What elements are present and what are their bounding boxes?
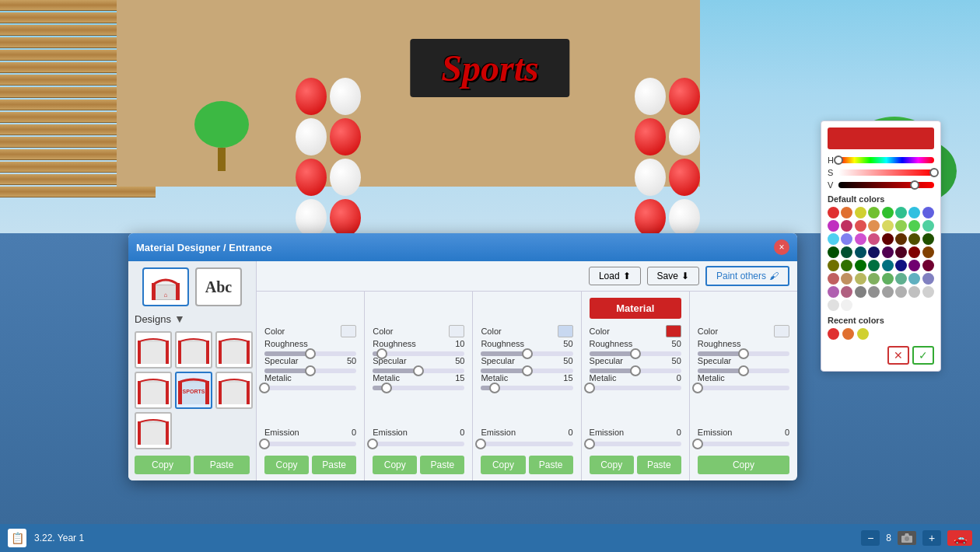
col2-copy-button[interactable]: Copy	[373, 456, 417, 474]
color-dot[interactable]	[828, 286, 839, 298]
col2-emission-slider[interactable]	[373, 438, 464, 449]
col3-color-swatch[interactable]	[558, 325, 573, 337]
color-dot[interactable]	[841, 273, 852, 285]
col1-paste-button[interactable]: Paste	[312, 456, 356, 474]
col1-roughness-slider[interactable]: Roughness	[264, 339, 356, 350]
color-dot[interactable]	[922, 246, 934, 258]
color-dot[interactable]	[841, 246, 852, 258]
color-dot[interactable]	[882, 207, 894, 218]
color-dot[interactable]	[841, 286, 852, 298]
color-dot[interactable]	[882, 233, 894, 245]
color-dot[interactable]	[882, 273, 894, 285]
color-picker-ok[interactable]: ✓	[912, 346, 934, 365]
color-dot[interactable]	[828, 220, 839, 232]
color-dot[interactable]	[841, 299, 852, 311]
col4-color-swatch[interactable]	[666, 325, 681, 337]
color-dot[interactable]	[828, 273, 839, 285]
thumbnail-7[interactable]	[135, 412, 172, 449]
color-dot[interactable]	[882, 286, 894, 298]
save-button[interactable]: Save ⬇	[647, 267, 699, 285]
tab-text[interactable]: Abc	[195, 267, 242, 306]
color-picker-cancel[interactable]: ✕	[887, 346, 909, 365]
color-dot[interactable]	[855, 207, 866, 218]
recent-color-dot[interactable]	[828, 328, 839, 340]
zoom-minus-button[interactable]: −	[861, 530, 880, 546]
color-dot[interactable]	[908, 273, 920, 285]
col4-emission-slider[interactable]	[590, 438, 681, 449]
col2-paste-button[interactable]: Paste	[420, 456, 464, 474]
color-dot[interactable]	[882, 246, 894, 258]
color-dot[interactable]	[922, 260, 934, 271]
thumbnail-5[interactable]: SPORTS	[175, 372, 212, 409]
color-dot[interactable]	[855, 233, 866, 245]
sidebar-paste-button[interactable]: Paste	[194, 456, 250, 474]
col3-emission-slider[interactable]	[481, 438, 572, 449]
hue-slider[interactable]	[838, 157, 934, 163]
color-dot[interactable]	[908, 286, 920, 298]
thumbnail-3[interactable]	[215, 331, 253, 369]
col1-color-swatch[interactable]	[341, 325, 356, 337]
note-icon[interactable]: 📋	[8, 529, 26, 547]
color-dot[interactable]	[868, 220, 880, 232]
col2-roughness-slider[interactable]: Roughness10	[373, 339, 464, 350]
col4-specular-slider[interactable]: Specular50	[590, 356, 681, 367]
col4-metalic-slider[interactable]: Metalic0	[590, 373, 681, 384]
color-dot[interactable]	[895, 286, 907, 298]
color-dot[interactable]	[828, 246, 839, 258]
color-dot[interactable]	[828, 207, 839, 218]
color-dot[interactable]	[841, 207, 852, 218]
color-dot[interactable]	[895, 273, 907, 285]
color-dot[interactable]	[895, 220, 907, 232]
color-dot[interactable]	[922, 220, 934, 232]
recent-color-dot[interactable]	[842, 328, 854, 340]
color-dot[interactable]	[868, 233, 880, 245]
tab-entrance[interactable]: ⌂	[142, 267, 189, 306]
col4-roughness-slider[interactable]: Roughness50	[590, 339, 681, 350]
col1-copy-button[interactable]: Copy	[264, 456, 309, 474]
color-dot[interactable]	[868, 273, 880, 285]
recent-color-dot[interactable]	[857, 328, 869, 340]
col5-color-swatch[interactable]	[774, 325, 789, 337]
color-dot[interactable]	[855, 260, 866, 271]
color-dot[interactable]	[922, 233, 934, 245]
color-dot[interactable]	[908, 220, 920, 232]
zoom-plus-button[interactable]: +	[922, 530, 941, 546]
value-slider[interactable]	[838, 182, 934, 188]
color-dot[interactable]	[868, 260, 880, 271]
col5-roughness-slider[interactable]: Roughness	[698, 339, 789, 350]
color-dot[interactable]	[828, 260, 839, 271]
color-dot[interactable]	[868, 246, 880, 258]
col3-roughness-slider[interactable]: Roughness50	[481, 339, 572, 350]
color-dot[interactable]	[868, 207, 880, 218]
designs-dropdown-arrow[interactable]: ▼	[174, 313, 185, 325]
color-dot[interactable]	[828, 299, 839, 311]
color-dot[interactable]	[882, 260, 894, 271]
dialog-close-button[interactable]: ×	[774, 239, 789, 255]
col5-metalic-slider[interactable]: Metalic	[698, 373, 789, 384]
color-dot[interactable]	[855, 220, 866, 232]
thumbnail-4[interactable]	[135, 372, 172, 409]
saturation-slider[interactable]	[838, 169, 934, 176]
color-dot[interactable]	[828, 233, 839, 245]
color-dot[interactable]	[908, 207, 920, 218]
col3-specular-slider[interactable]: Specular50	[481, 356, 572, 367]
color-dot[interactable]	[908, 233, 920, 245]
col4-paste-button[interactable]: Paste	[637, 456, 681, 474]
color-dot[interactable]	[868, 286, 880, 298]
color-dot[interactable]	[882, 220, 894, 232]
col1-specular-slider[interactable]: Specular50	[264, 356, 356, 367]
color-dot[interactable]	[855, 286, 866, 298]
paint-others-button[interactable]: Paint others 🖌	[705, 266, 789, 286]
color-dot[interactable]	[922, 207, 934, 218]
col2-color-swatch[interactable]	[449, 325, 464, 337]
col3-paste-button[interactable]: Paste	[529, 456, 573, 474]
col4-copy-button[interactable]: Copy	[590, 456, 634, 474]
thumbnail-2[interactable]	[175, 331, 212, 369]
color-dot[interactable]	[908, 246, 920, 258]
color-dot[interactable]	[908, 260, 920, 271]
sidebar-copy-button[interactable]: Copy	[135, 456, 191, 474]
color-dot[interactable]	[855, 273, 866, 285]
thumbnail-1[interactable]	[135, 331, 172, 369]
col5-emission-slider[interactable]	[698, 438, 789, 449]
col1-emission-slider[interactable]	[264, 438, 356, 449]
